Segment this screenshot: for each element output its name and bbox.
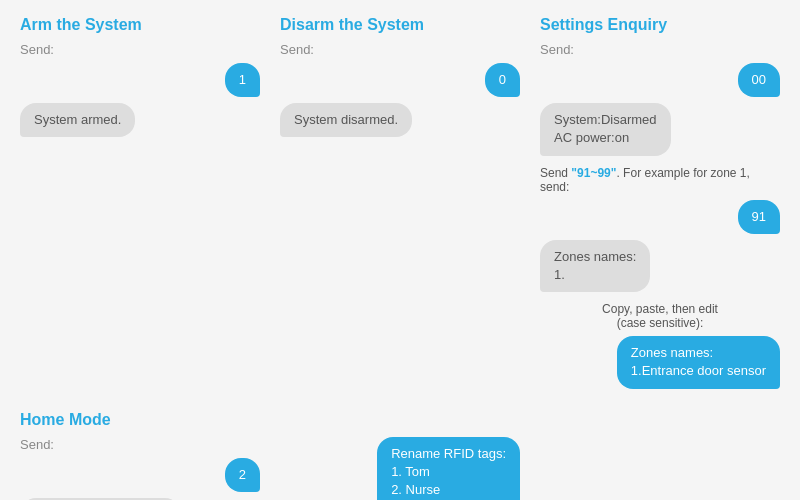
arm-title: Arm the System xyxy=(20,16,260,34)
settings-sent-bubble-2: 91 xyxy=(738,200,780,234)
home-sent-bubble: 2 xyxy=(225,458,260,492)
disarm-bubbles: 0 System disarmed. xyxy=(280,63,520,137)
disarm-received-bubble: System disarmed. xyxy=(280,103,412,137)
settings-extra-text-1: Send xyxy=(540,166,571,180)
settings-extra-info: Send "91~99". For example for zone 1, se… xyxy=(540,166,780,194)
settings-section: Settings Enquiry Send: 00 System:Disarme… xyxy=(530,12,790,399)
rename-sent-bubble: Rename RFID tags: 1. Tom 2. Nurse 3. Nan… xyxy=(377,437,520,501)
arm-bubbles: 1 System armed. xyxy=(20,63,260,137)
settings-title: Settings Enquiry xyxy=(540,16,780,34)
arm-section: Arm the System Send: 1 System armed. xyxy=(10,12,270,399)
rename-section: Rename RFID tags: 1. Tom 2. Nurse 3. Nan… xyxy=(270,407,530,501)
home-title: Home Mode xyxy=(20,411,260,429)
home-send-label: Send: xyxy=(20,437,260,452)
empty-col xyxy=(530,407,790,501)
settings-sent-bubble-1: 00 xyxy=(738,63,780,97)
copy-paste-instruction: Copy, paste, then edit (case sensitive): xyxy=(540,302,780,330)
settings-bubbles-1: 00 System:Disarmed AC power:on xyxy=(540,63,780,156)
settings-bubbles-3: Zones names: 1.Entrance door sensor xyxy=(540,336,780,388)
home-bubbles: 2 System in home mode. xyxy=(20,458,260,501)
rename-bubbles: Rename RFID tags: 1. Tom 2. Nurse 3. Nan… xyxy=(280,437,520,501)
settings-bubbles-2: 91 Zones names: 1. xyxy=(540,200,780,293)
settings-code-range: "91~99" xyxy=(571,166,616,180)
arm-sent-bubble: 1 xyxy=(225,63,260,97)
disarm-sent-bubble: 0 xyxy=(485,63,520,97)
settings-received-bubble-1: System:Disarmed AC power:on xyxy=(540,103,671,155)
settings-sent-bubble-3: Zones names: 1.Entrance door sensor xyxy=(617,336,780,388)
settings-received-bubble-2: Zones names: 1. xyxy=(540,240,650,292)
settings-send-label: Send: xyxy=(540,42,780,57)
arm-received-bubble: System armed. xyxy=(20,103,135,137)
disarm-title: Disarm the System xyxy=(280,16,520,34)
home-section: Home Mode Send: 2 System in home mode. xyxy=(10,407,270,501)
disarm-send-label: Send: xyxy=(280,42,520,57)
arm-send-label: Send: xyxy=(20,42,260,57)
disarm-section: Disarm the System Send: 0 System disarme… xyxy=(270,12,530,399)
